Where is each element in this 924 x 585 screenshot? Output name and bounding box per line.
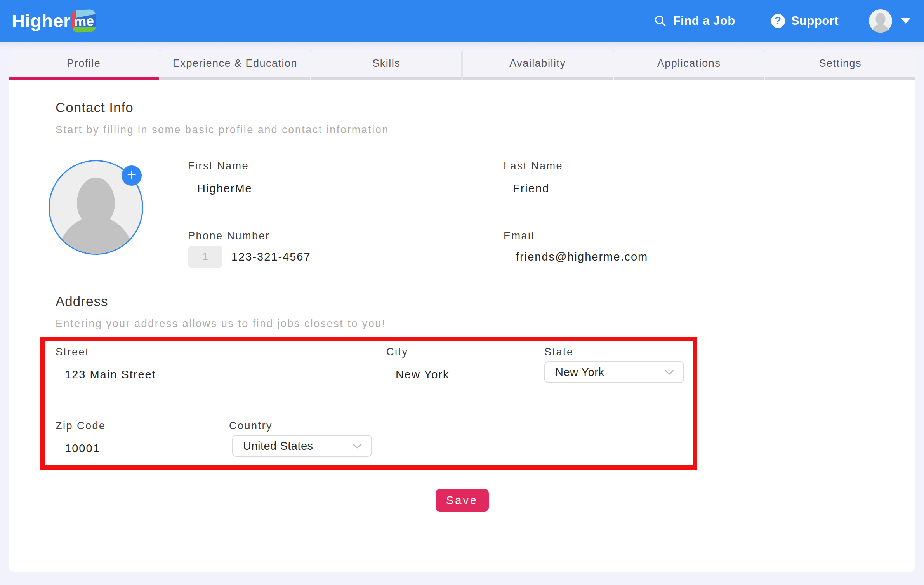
support-label: Support [791, 14, 839, 28]
address-row-2: Zip Code 10001 Country United States [56, 420, 685, 457]
chevron-down-icon [352, 442, 363, 449]
phone-input[interactable]: 123-321-4567 [231, 251, 311, 263]
country-select[interactable]: United States [232, 435, 372, 457]
logo-me-badge-icon: me [71, 9, 97, 33]
account-avatar [869, 9, 892, 33]
first-name-field: First Name HigherMe [188, 160, 504, 195]
state-field: State New York [544, 346, 685, 383]
zip-code-input[interactable]: 10001 [65, 442, 229, 455]
email-label: Email [504, 230, 648, 242]
svg-text:me: me [73, 13, 94, 30]
find-a-job-link[interactable]: Find a Job [654, 14, 735, 28]
help-icon: ? [771, 14, 785, 28]
address-highlight-box: Street 123 Main Street City New York Sta… [40, 337, 697, 470]
email-row: friends@higherme.com [504, 246, 648, 268]
country-select-value: United States [243, 440, 313, 453]
state-select-value: New York [555, 366, 604, 379]
higherme-logo[interactable]: Higher me [12, 9, 96, 33]
zip-code-label: Zip Code [56, 420, 229, 432]
phone-label: Phone Number [188, 230, 504, 242]
state-select[interactable]: New York [544, 361, 684, 383]
contact-info-section: Contact Info Start by filling in some ba… [9, 80, 915, 268]
address-row-1: Street 123 Main Street City New York Sta… [56, 346, 685, 383]
chevron-down-icon [901, 18, 911, 24]
save-button[interactable]: Save [436, 489, 489, 512]
first-name-input[interactable]: HigherMe [197, 182, 504, 195]
tab-availability[interactable]: Availability [462, 50, 613, 80]
phone-country-code: 1 [188, 246, 222, 268]
phone-row: 1 123-321-4567 [188, 246, 504, 268]
city-input[interactable]: New York [396, 368, 544, 381]
account-menu[interactable] [869, 9, 911, 33]
contact-fields-grid: First Name HigherMe Last Name Friend Pho… [188, 160, 648, 268]
last-name-input[interactable]: Friend [513, 182, 648, 195]
tab-experience-education[interactable]: Experience & Education [160, 50, 311, 80]
street-input[interactable]: 123 Main Street [65, 368, 386, 381]
tab-skills[interactable]: Skills [311, 50, 462, 80]
address-title: Address [56, 294, 915, 309]
contact-info-subtitle: Start by filling in some basic profile a… [56, 124, 915, 136]
country-label: Country [229, 420, 685, 432]
address-section: Address Entering your address allows us … [9, 294, 915, 470]
email-input[interactable]: friends@higherme.com [516, 251, 648, 263]
logo-text: Higher [12, 10, 71, 31]
first-name-label: First Name [188, 160, 504, 172]
country-field: Country United States [229, 420, 685, 457]
profile-photo-upload[interactable]: + [49, 160, 143, 255]
support-link[interactable]: ? Support [771, 14, 839, 28]
header-shadow-gap [0, 42, 924, 50]
search-icon [654, 14, 667, 28]
profile-card: Contact Info Start by filling in some ba… [9, 80, 915, 572]
zip-code-field: Zip Code 10001 [56, 420, 229, 457]
chevron-down-icon [664, 369, 675, 376]
last-name-label: Last Name [504, 160, 648, 172]
tab-applications[interactable]: Applications [614, 50, 764, 80]
tab-profile[interactable]: Profile [9, 50, 159, 80]
tab-settings[interactable]: Settings [765, 50, 915, 80]
contact-info-row: + First Name HigherMe Last Name Friend P… [9, 160, 915, 268]
profile-tabs: Profile Experience & Education Skills Av… [9, 50, 915, 80]
top-navigation-bar: Higher me Find a Job ? Support [0, 0, 924, 42]
save-row: Save [9, 489, 915, 512]
street-field: Street 123 Main Street [56, 346, 386, 383]
city-label: City [386, 346, 544, 358]
street-label: Street [56, 346, 386, 358]
state-label: State [544, 346, 685, 358]
contact-info-title: Contact Info [56, 100, 915, 115]
last-name-field: Last Name Friend [504, 160, 648, 195]
email-field: Email friends@higherme.com [504, 230, 648, 268]
phone-field: Phone Number 1 123-321-4567 [188, 230, 504, 268]
address-subtitle: Entering your address allows us to find … [56, 318, 915, 330]
add-photo-button[interactable]: + [122, 165, 142, 186]
city-field: City New York [386, 346, 544, 383]
find-a-job-label: Find a Job [673, 14, 735, 28]
